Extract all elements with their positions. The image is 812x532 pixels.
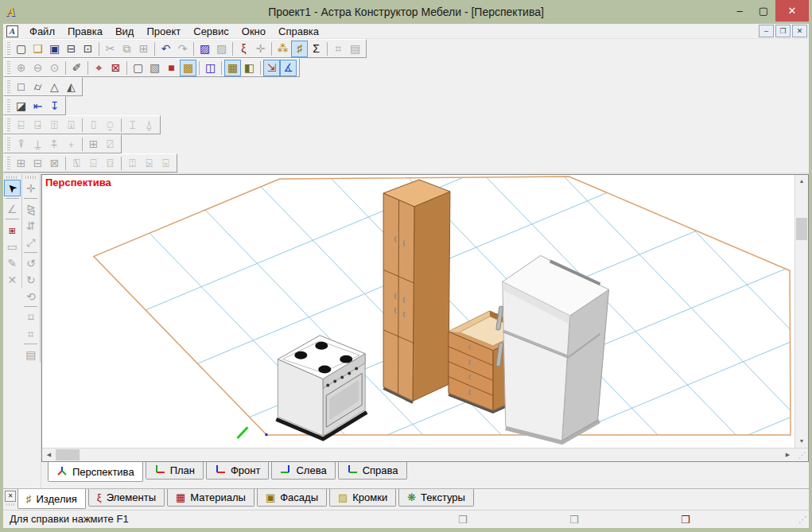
rotate-ccw-button[interactable]: ⟲ [22, 288, 39, 305]
copy-button[interactable]: ⧉ [118, 41, 135, 57]
dock-bottom-button[interactable]: ⍊ [29, 136, 46, 153]
delete-tool-button[interactable]: ✕ [4, 271, 21, 288]
attach-width-button[interactable]: ⌼ [102, 155, 118, 172]
menu-item-file[interactable]: Файл [23, 24, 61, 39]
report-document-button[interactable]: ▤ [347, 41, 363, 57]
toolbar-grip[interactable] [7, 42, 10, 55]
scroll-right-button[interactable]: ▶ [781, 449, 795, 461]
space-horizontal-button[interactable]: ⌶ [124, 117, 141, 134]
primitive-box-button[interactable]: □ [13, 79, 29, 95]
tab-textures[interactable]: ❋Текстуры [398, 489, 474, 507]
resize-all-button[interactable]: ⌻ [157, 155, 174, 172]
show-fittings-button[interactable]: ▦ [224, 60, 241, 76]
tab-right[interactable]: Справа [338, 462, 407, 480]
resize-grip[interactable]: ⋰ [798, 511, 807, 528]
shaded-mode-button[interactable]: ■ [163, 60, 180, 76]
fit-height-button[interactable]: ⍁ [102, 136, 118, 153]
mirror-object-button[interactable]: ⧎ [22, 200, 39, 217]
new-fragment-button[interactable]: ⧆ [4, 221, 21, 238]
mdi-minimize-button[interactable]: – [759, 25, 774, 37]
gas-stove[interactable] [276, 336, 367, 439]
snap-tool-button[interactable]: ∠ [4, 200, 21, 217]
refrigerator[interactable] [496, 255, 609, 442]
tall-cabinet[interactable] [383, 180, 450, 402]
scroll-left-button[interactable]: ◀ [42, 449, 56, 461]
dock-left-button[interactable]: ⍏ [46, 136, 63, 153]
cut-button[interactable]: ✂ [102, 41, 118, 57]
vertical-scroll-track[interactable] [795, 188, 808, 435]
object-properties-button[interactable]: ▤ [22, 346, 39, 363]
menu-item-view[interactable]: Вид [109, 24, 141, 39]
scroll-down-button[interactable]: ▼ [795, 435, 808, 448]
move-fastener-button[interactable]: ✛ [252, 41, 269, 57]
vertical-scroll-thumb[interactable] [796, 218, 807, 240]
edge-banding-button[interactable]: ⇤ [29, 98, 46, 115]
move-object-button[interactable]: ✛ [22, 180, 39, 196]
transform-frame-button[interactable]: ⌗ [22, 325, 39, 342]
orbit-view-button[interactable]: ✐ [68, 60, 85, 76]
close-tab-bar-button[interactable]: ✕ [5, 491, 16, 502]
resize-gap-button[interactable]: ⍠ [124, 155, 141, 172]
menu-item-project[interactable]: Проект [140, 24, 187, 39]
draw-contour-button[interactable]: ✎ [4, 254, 21, 271]
resize-frame-button[interactable]: ⍄ [141, 155, 157, 172]
tab-front[interactable]: Фронт [206, 462, 269, 480]
cancel-selection-button[interactable]: ⊠ [107, 60, 124, 76]
dock-top-button[interactable]: ⍒ [13, 136, 29, 153]
scene-3d[interactable] [42, 175, 795, 448]
horizontal-scrollbar[interactable]: ◀ ▶ [42, 449, 795, 461]
tab-facades[interactable]: ▣Фасады [257, 489, 327, 507]
report-composition-button[interactable]: ⌗ [330, 41, 347, 57]
tab-bar-grip[interactable] [6, 503, 14, 506]
move-on-place-button[interactable]: ⇲ [263, 60, 280, 76]
dock-right-button[interactable]: ⍖ [63, 136, 80, 153]
mdi-restore-button[interactable]: ❐ [775, 25, 791, 37]
align-right-edges-button[interactable]: ⍈ [29, 117, 46, 134]
paste-button[interactable]: ⊞ [135, 41, 152, 57]
undo-button[interactable]: ↶ [157, 41, 174, 57]
open-folder-button[interactable]: ❏ [29, 41, 46, 57]
zoom-all-button[interactable]: ⊙ [46, 60, 63, 76]
toolbar-grip[interactable] [7, 157, 10, 169]
textured-mode-button[interactable]: ▩ [180, 60, 196, 76]
tab-edges[interactable]: ▨Кромки [329, 489, 396, 507]
close-button[interactable]: ✕ [775, 0, 809, 21]
lay-panel-button[interactable]: ↧ [46, 98, 63, 115]
stretch-both-button[interactable]: ⊠ [46, 155, 63, 172]
stretch-up-button[interactable]: ⊞ [13, 155, 29, 172]
new-document-button[interactable]: ▢ [13, 41, 29, 57]
space-vertical-button[interactable]: ⍙ [141, 117, 157, 134]
rotate-free-button[interactable]: ↺ [22, 254, 39, 271]
redo-button[interactable]: ↷ [174, 41, 191, 57]
edge-fill-all-button[interactable]: ▨ [213, 41, 230, 57]
show-axes-button[interactable]: ∡ [280, 60, 297, 76]
align-top-edges-button[interactable]: ⍐ [46, 117, 63, 134]
center-horizontal-button[interactable]: ⌷ [85, 117, 102, 134]
attach-left-button[interactable]: ⍂ [68, 155, 85, 172]
toolbar-grip[interactable] [7, 138, 10, 150]
hidden-line-mode-button[interactable]: ▧ [146, 60, 163, 76]
fit-width-button[interactable]: ⊞ [85, 136, 102, 153]
tab-elements[interactable]: ξЭлементы [88, 489, 165, 507]
fasteners-button[interactable]: ξ [235, 41, 252, 57]
print-button[interactable]: ⊟ [63, 41, 80, 57]
tool-column-grip[interactable] [6, 176, 18, 179]
tab-products[interactable]: ♯Изделия [17, 489, 86, 509]
primitive-cylinder-button[interactable]: ⌭ [29, 79, 46, 95]
stretch-down-button[interactable]: ⊟ [29, 155, 46, 172]
wireframe-mode-button[interactable]: ▢ [130, 60, 146, 76]
fit-selection-button[interactable]: ⌑ [22, 309, 39, 325]
center-vertical-button[interactable]: ⍜ [102, 117, 118, 134]
scroll-up-button[interactable]: ▲ [795, 175, 808, 188]
menu-item-window[interactable]: Окно [235, 24, 272, 39]
rotate-cw-button[interactable]: ↻ [22, 271, 39, 288]
align-left-edges-button[interactable]: ⍇ [13, 117, 29, 134]
draw-rect-button[interactable]: ▭ [4, 238, 21, 254]
menu-item-service[interactable]: Сервис [187, 24, 235, 39]
mdi-close-button[interactable]: ✕ [792, 25, 807, 37]
primitive-revolve-button[interactable]: ◭ [63, 79, 80, 95]
show-volume-button[interactable]: ◧ [241, 60, 258, 76]
zoom-window-button[interactable]: ⊕ [13, 60, 29, 76]
panel-by-contour-button[interactable]: ◪ [13, 98, 29, 115]
tab-materials[interactable]: ▦Материалы [167, 489, 254, 507]
